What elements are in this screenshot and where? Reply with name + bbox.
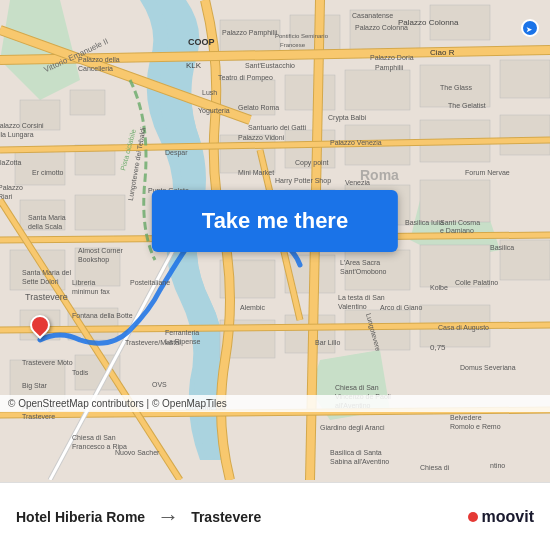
svg-text:Pontificio Seminario: Pontificio Seminario — [275, 33, 329, 39]
svg-text:Mini Market: Mini Market — [238, 169, 274, 176]
svg-text:Er cimotto: Er cimotto — [32, 169, 64, 176]
svg-text:Valentino: Valentino — [338, 303, 367, 310]
svg-text:Domus Severiana: Domus Severiana — [460, 364, 516, 371]
bottom-bar: Hotel Hiberia Rome → Trastevere moovit — [0, 482, 550, 550]
svg-text:Almost Corner: Almost Corner — [78, 247, 123, 254]
svg-text:Fontana della Botte: Fontana della Botte — [72, 312, 133, 319]
svg-rect-29 — [500, 115, 550, 155]
svg-rect-33 — [420, 180, 490, 222]
svg-text:Palazzo Pamphilii: Palazzo Pamphilii — [222, 29, 278, 37]
svg-text:ntino: ntino — [490, 462, 505, 469]
svg-text:Kolbe: Kolbe — [430, 284, 448, 291]
svg-text:KLK: KLK — [186, 61, 202, 70]
svg-text:Nuovo Sacher: Nuovo Sacher — [115, 449, 160, 456]
svg-rect-22 — [345, 70, 410, 110]
svg-text:The Glass: The Glass — [440, 84, 472, 91]
map-attribution: © OpenStreetMap contributors | © OpenMap… — [0, 395, 550, 412]
svg-text:Colle Palatino: Colle Palatino — [455, 279, 498, 286]
svg-text:Big Star: Big Star — [22, 382, 48, 390]
svg-text:Trastevere Moto: Trastevere Moto — [22, 359, 73, 366]
svg-text:0,75: 0,75 — [430, 343, 446, 352]
svg-text:Belvedere: Belvedere — [450, 414, 482, 421]
moovit-logo: moovit — [468, 508, 534, 526]
svg-text:Chiesa di: Chiesa di — [420, 464, 450, 471]
coop-label: COOP — [188, 37, 215, 47]
svg-text:Palazzo Vidoni: Palazzo Vidoni — [238, 134, 285, 141]
svg-rect-14 — [10, 360, 65, 400]
svg-rect-5 — [70, 90, 105, 115]
svg-text:Santa Maria del: Santa Maria del — [22, 269, 71, 276]
svg-rect-9 — [75, 195, 125, 230]
svg-text:Romolo e Remo: Romolo e Remo — [450, 423, 501, 430]
svg-text:Santuario dei Gatti: Santuario dei Gatti — [248, 124, 306, 131]
svg-text:Crypta Balbi: Crypta Balbi — [328, 114, 367, 122]
svg-text:Giardino degli Aranci: Giardino degli Aranci — [320, 424, 385, 432]
svg-text:Casa di Augusto: Casa di Augusto — [438, 324, 489, 332]
svg-text:Santa Maria: Santa Maria — [28, 214, 66, 221]
svg-rect-24 — [500, 60, 550, 98]
svg-text:Copy point: Copy point — [295, 159, 329, 167]
take-me-there-button[interactable]: Take me there — [152, 190, 398, 252]
origin-name: Hotel Hiberia Rome — [16, 509, 145, 525]
svg-text:Venezia: Venezia — [345, 179, 370, 186]
svg-text:Todis: Todis — [72, 369, 89, 376]
svg-text:Gelato Roma: Gelato Roma — [238, 104, 279, 111]
svg-text:Palazzo della: Palazzo della — [78, 56, 120, 63]
svg-text:alla Lungara: alla Lungara — [0, 131, 34, 139]
svg-rect-21 — [285, 75, 335, 110]
svg-text:Chiesa di San: Chiesa di San — [335, 384, 379, 391]
svg-rect-6 — [15, 150, 65, 185]
svg-text:La testa di San: La testa di San — [338, 294, 385, 301]
svg-text:La Ripense: La Ripense — [165, 338, 201, 346]
svg-text:laZotta: laZotta — [0, 159, 22, 166]
svg-text:Despar: Despar — [165, 149, 188, 157]
moovit-dot — [468, 512, 478, 522]
svg-text:➤: ➤ — [526, 26, 532, 33]
svg-text:Lush: Lush — [202, 89, 217, 96]
svg-text:Ciao R: Ciao R — [430, 48, 455, 57]
svg-text:minimun fax: minimun fax — [72, 288, 110, 295]
svg-text:Palazzo Doria: Palazzo Doria — [370, 54, 414, 61]
svg-text:Sette Dolori: Sette Dolori — [22, 278, 59, 285]
svg-text:Alembic: Alembic — [240, 304, 265, 311]
destination-name: Trastevere — [191, 509, 261, 525]
svg-text:Chiesa di San: Chiesa di San — [72, 434, 116, 441]
origin-info: Hotel Hiberia Rome — [16, 509, 145, 525]
map-container[interactable]: COOP Vittorio Emanuele II Lungotevere de… — [0, 0, 550, 480]
svg-text:Basilica Iulia: Basilica Iulia — [405, 219, 444, 226]
svg-text:Libreria: Libreria — [72, 279, 95, 286]
svg-text:The Gelatist: The Gelatist — [448, 102, 486, 109]
svg-text:Palazzo Corsini: Palazzo Corsini — [0, 122, 44, 129]
svg-text:Basilica di Santa: Basilica di Santa — [330, 449, 382, 456]
svg-text:Francese: Francese — [280, 42, 306, 48]
svg-text:e Damiano: e Damiano — [440, 227, 474, 234]
direction-arrow-icon: → — [157, 504, 179, 530]
svg-text:Palazzo Colonna: Palazzo Colonna — [398, 18, 459, 27]
svg-text:Basilica: Basilica — [490, 244, 514, 251]
svg-text:Harry Potter Shop: Harry Potter Shop — [275, 177, 331, 185]
svg-text:Trastevere: Trastevere — [25, 292, 68, 302]
svg-text:Posteitaliane: Posteitaliane — [130, 279, 170, 286]
svg-text:Bar Lillo: Bar Lillo — [315, 339, 340, 346]
svg-text:Sant'Omobono: Sant'Omobono — [340, 268, 387, 275]
svg-text:Casanatense: Casanatense — [352, 12, 393, 19]
svg-text:Trastevere: Trastevere — [22, 413, 55, 420]
svg-text:Arco di Giano: Arco di Giano — [380, 304, 423, 311]
svg-text:Teatro di Pompeo: Teatro di Pompeo — [218, 74, 273, 82]
svg-text:Forum Nervae: Forum Nervae — [465, 169, 510, 176]
moovit-text: moovit — [482, 508, 534, 526]
svg-text:Riari: Riari — [0, 193, 13, 200]
svg-text:Palazzo Venezia: Palazzo Venezia — [330, 139, 382, 146]
svg-text:Sant'Eustacchio: Sant'Eustacchio — [245, 62, 295, 69]
svg-text:Pamphilii: Pamphilii — [375, 64, 404, 72]
svg-text:della Scala: della Scala — [28, 223, 62, 230]
svg-text:Bookshop: Bookshop — [78, 256, 109, 264]
svg-text:OVS: OVS — [152, 381, 167, 388]
svg-text:Santi Cosma: Santi Cosma — [440, 219, 480, 226]
svg-text:L'Area Sacra: L'Area Sacra — [340, 259, 380, 266]
svg-text:Yogurteria: Yogurteria — [198, 107, 230, 115]
svg-text:Sabina all'Aventino: Sabina all'Aventino — [330, 458, 389, 465]
svg-text:Ferranteria: Ferranteria — [165, 329, 199, 336]
svg-text:Cancelleria: Cancelleria — [78, 65, 113, 72]
svg-text:Palazzo: Palazzo — [0, 184, 23, 191]
